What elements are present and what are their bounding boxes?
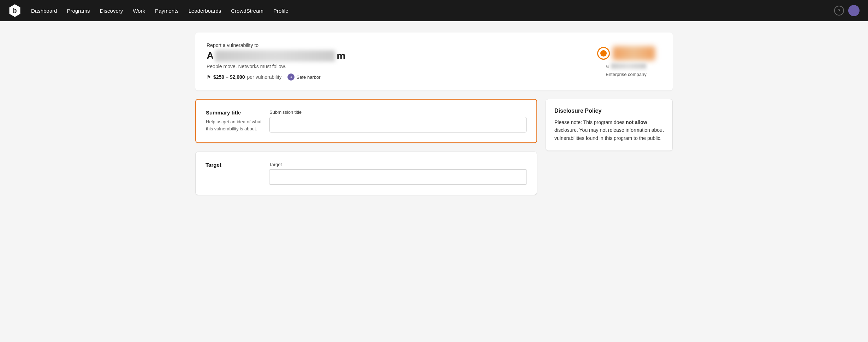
target-input[interactable] <box>269 169 527 185</box>
safe-harbor-label: Safe harbor <box>297 75 321 80</box>
title-prefix: A <box>207 50 214 61</box>
help-icon: ? <box>838 8 840 13</box>
disclosure-policy-title: Disclosure Policy <box>554 108 664 114</box>
disclosure-text-bold: not allow <box>626 119 647 125</box>
nav-dashboard[interactable]: Dashboard <box>27 5 61 17</box>
bounty-per: per vulnerability <box>247 74 282 80</box>
program-title: A m <box>207 50 591 61</box>
program-subtitle: People move. Networks must follow. <box>207 64 591 69</box>
avatar[interactable] <box>848 5 860 16</box>
logo-letter: b <box>13 7 17 14</box>
summary-field-description: Help us get an idea of what this vulnera… <box>206 118 262 132</box>
program-header-card: Report a vulnerability to A m People mov… <box>195 33 673 90</box>
nav-payments[interactable]: Payments <box>151 5 183 17</box>
form-sidebar: Disclosure Policy Please note: This prog… <box>546 99 673 151</box>
navbar-right: ? <box>834 5 860 16</box>
summary-title-card: Summary title Help us get an idea of wha… <box>195 99 537 143</box>
form-section: Summary title Help us get an idea of wha… <box>195 99 673 204</box>
company-info: a <box>606 63 646 69</box>
title-suffix: m <box>337 50 345 61</box>
form-main: Summary title Help us get an idea of wha… <box>195 99 537 204</box>
program-meta: ⚑ $250 – $2,000 per vulnerability ✦ Safe… <box>207 73 591 81</box>
nav-work[interactable]: Work <box>129 5 149 17</box>
target-field-content: Target <box>269 162 527 185</box>
summary-title-inner: Summary title Help us get an idea of wha… <box>196 100 536 142</box>
nav-links: Dashboard Programs Discovery Work Paymen… <box>27 5 831 17</box>
nav-discovery[interactable]: Discovery <box>95 5 127 17</box>
disclosure-policy-card: Disclosure Policy Please note: This prog… <box>546 99 673 151</box>
company-name-blurred <box>611 63 646 69</box>
nav-programs[interactable]: Programs <box>63 5 94 17</box>
target-field-title: Target <box>206 162 262 168</box>
summary-label-group: Summary title Help us get an idea of wha… <box>206 110 269 132</box>
nav-profile[interactable]: Profile <box>269 5 293 17</box>
company-logo-blurred <box>613 46 655 60</box>
submission-title-input[interactable] <box>269 117 527 132</box>
target-inner: Target Target <box>196 152 537 195</box>
target-label-group: Target <box>206 162 269 171</box>
nav-crowdstream[interactable]: CrowdStream <box>227 5 268 17</box>
program-header-right: a Enterprise company <box>591 46 661 77</box>
disclosure-policy-text: Please note: This program does not allow… <box>554 118 664 142</box>
target-card: Target Target <box>195 152 537 195</box>
nav-leaderboards[interactable]: Leaderboards <box>184 5 226 17</box>
help-button[interactable]: ? <box>834 6 844 16</box>
disclosure-text-part2: disclosure. You may not release informat… <box>554 127 664 141</box>
summary-field-title: Summary title <box>206 110 262 116</box>
submission-title-label: Submission title <box>269 110 527 115</box>
disclosure-text-part1: Please note: This program does <box>554 119 626 125</box>
main-content: Report a vulnerability to A m People mov… <box>187 21 681 215</box>
target-sublabel: Target <box>269 162 527 167</box>
summary-field-content: Submission title <box>269 110 527 132</box>
bounty-info: ⚑ $250 – $2,000 per vulnerability <box>207 74 282 80</box>
navbar: b Dashboard Programs Discovery Work Paym… <box>0 0 868 21</box>
company-logo-circle <box>597 47 610 60</box>
program-header-left: Report a vulnerability to A m People mov… <box>207 42 591 81</box>
safe-harbor-badge: ✦ Safe harbor <box>287 73 321 81</box>
title-blurred <box>215 50 335 61</box>
report-label: Report a vulnerability to <box>207 42 591 48</box>
logo[interactable]: b <box>8 4 21 17</box>
bounty-range: $250 – $2,000 <box>213 74 245 80</box>
company-type: Enterprise company <box>606 72 647 77</box>
safe-harbor-icon: ✦ <box>287 73 295 81</box>
flag-icon: ⚑ <box>207 74 211 80</box>
